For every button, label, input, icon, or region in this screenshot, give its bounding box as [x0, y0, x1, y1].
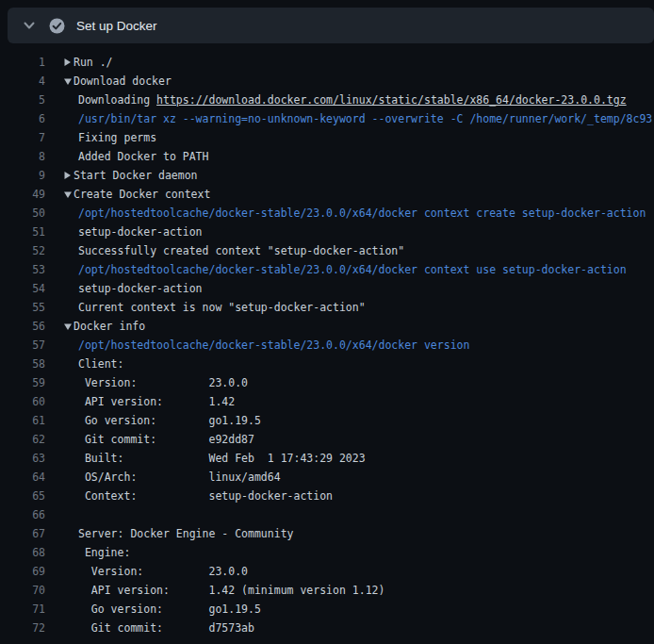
- log-line: 54setup-docker-action: [0, 279, 654, 298]
- line-number[interactable]: 66: [0, 505, 45, 524]
- log-command-text: /opt/hostedtoolcache/docker-stable/23.0.…: [78, 204, 646, 223]
- log-line: 70 API version: 1.42 (minimum version 1.…: [0, 581, 654, 600]
- log-group-row[interactable]: 4Download docker: [0, 72, 654, 91]
- line-number[interactable]: 59: [0, 373, 45, 392]
- line-number[interactable]: 5: [0, 91, 45, 109]
- log-text: Client:: [78, 355, 123, 373]
- log-text: Added Docker to PATH: [78, 147, 208, 166]
- line-number[interactable]: 8: [0, 147, 45, 166]
- line-number[interactable]: 52: [0, 241, 45, 260]
- log-text: Built: Wed Feb 1 17:43:29 2023: [78, 449, 366, 468]
- log-text: Context: setup-docker-action: [78, 487, 333, 505]
- log-viewer: Set up Docker 1Run ./4Download docker5Do…: [0, 0, 654, 644]
- line-number[interactable]: 4: [0, 72, 45, 91]
- group-title: Download docker: [74, 72, 172, 91]
- log-line: 67Server: Docker Engine - Community: [0, 524, 654, 543]
- line-number[interactable]: 54: [0, 279, 45, 298]
- triangle-right-icon: [63, 171, 74, 180]
- log-command-text: /usr/bin/tar xz --warning=no-unknown-key…: [78, 109, 652, 128]
- log-line: 8Added Docker to PATH: [0, 147, 654, 166]
- download-url-link[interactable]: https://download.docker.com/linux/static…: [156, 93, 627, 107]
- log-line: 63 Built: Wed Feb 1 17:43:29 2023: [0, 449, 654, 468]
- line-number[interactable]: 58: [0, 355, 45, 373]
- log-line: 66: [0, 505, 654, 524]
- log-text: Successfully created context "setup-dock…: [78, 241, 404, 260]
- log-group-row[interactable]: 56Docker info: [0, 317, 654, 336]
- log-line: 5Downloading https://download.docker.com…: [0, 91, 654, 109]
- group-title: Create Docker context: [74, 185, 210, 204]
- log-line: 50/opt/hostedtoolcache/docker-stable/23.…: [0, 204, 654, 223]
- log-text: Go version: go1.19.5: [78, 600, 261, 619]
- step-header-set-up-docker[interactable]: Set up Docker: [8, 8, 654, 43]
- log-text: Server: Docker Engine - Community: [78, 524, 293, 543]
- line-number[interactable]: 68: [0, 543, 45, 562]
- log-line: 58Client:: [0, 355, 654, 373]
- log-text: Fixing perms: [78, 128, 156, 147]
- group-title: Start Docker daemon: [74, 166, 198, 185]
- line-number[interactable]: 57: [0, 336, 45, 355]
- log-line: 53/opt/hostedtoolcache/docker-stable/23.…: [0, 260, 654, 279]
- log-text: Git commit: d7573ab: [78, 619, 254, 637]
- step-title: Set up Docker: [76, 19, 157, 33]
- triangle-down-icon: [63, 77, 74, 86]
- log-text: API version: 1.42 (minimum version 1.12): [78, 581, 384, 600]
- line-number[interactable]: 65: [0, 487, 45, 505]
- line-number[interactable]: 67: [0, 524, 45, 543]
- log-line: 55Current context is now "setup-docker-a…: [0, 298, 654, 317]
- log-text: Version: 23.0.0: [78, 373, 248, 392]
- log-line: 71 Go version: go1.19.5: [0, 600, 654, 619]
- log-text: Version: 23.0.0: [78, 562, 248, 581]
- log-lines-container: 1Run ./4Download docker5Downloading http…: [0, 43, 654, 637]
- line-number[interactable]: 62: [0, 430, 45, 449]
- log-line: 59 Version: 23.0.0: [0, 373, 654, 392]
- line-number[interactable]: 1: [0, 53, 45, 72]
- line-number[interactable]: 53: [0, 260, 45, 279]
- log-text-prefix: Downloading: [78, 93, 156, 107]
- log-line: 65 Context: setup-docker-action: [0, 487, 654, 505]
- log-line: 62 Git commit: e92dd87: [0, 430, 654, 449]
- log-group-row[interactable]: 49Create Docker context: [0, 185, 654, 204]
- log-group-row[interactable]: 1Run ./: [0, 53, 654, 72]
- log-group-row[interactable]: 9Start Docker daemon: [0, 166, 654, 185]
- line-number[interactable]: 6: [0, 109, 45, 128]
- triangle-down-icon: [63, 322, 74, 331]
- line-number[interactable]: 60: [0, 392, 45, 411]
- log-text: Go version: go1.19.5: [78, 411, 261, 430]
- line-number[interactable]: 70: [0, 581, 45, 600]
- line-number[interactable]: 63: [0, 449, 45, 468]
- chevron-down-icon[interactable]: [23, 19, 36, 32]
- log-line: 51setup-docker-action: [0, 223, 654, 241]
- line-number[interactable]: 55: [0, 298, 45, 317]
- line-number[interactable]: 71: [0, 600, 45, 619]
- log-text: API version: 1.42: [78, 392, 235, 411]
- line-number[interactable]: 7: [0, 128, 45, 147]
- line-number[interactable]: 69: [0, 562, 45, 581]
- line-number[interactable]: 72: [0, 619, 45, 637]
- log-text: Current context is now "setup-docker-act…: [78, 298, 366, 317]
- log-text: OS/Arch: linux/amd64: [78, 468, 281, 487]
- line-number[interactable]: 64: [0, 468, 45, 487]
- log-command-text: /opt/hostedtoolcache/docker-stable/23.0.…: [78, 260, 627, 279]
- group-title: Docker info: [74, 317, 145, 336]
- line-number[interactable]: 56: [0, 317, 45, 336]
- log-text: setup-docker-action: [78, 223, 203, 241]
- log-line: 6/usr/bin/tar xz --warning=no-unknown-ke…: [0, 109, 654, 128]
- log-text: Downloading https://download.docker.com/…: [78, 91, 627, 109]
- line-number[interactable]: 50: [0, 204, 45, 223]
- log-line: 68 Engine:: [0, 543, 654, 562]
- group-title: Run ./: [74, 53, 113, 72]
- log-command-text: /opt/hostedtoolcache/docker-stable/23.0.…: [78, 336, 469, 355]
- log-line: 64 OS/Arch: linux/amd64: [0, 468, 654, 487]
- line-number[interactable]: 61: [0, 411, 45, 430]
- line-number[interactable]: 51: [0, 223, 45, 241]
- line-number[interactable]: 49: [0, 185, 45, 204]
- log-line: 61 Go version: go1.19.5: [0, 411, 654, 430]
- log-line: 60 API version: 1.42: [0, 392, 654, 411]
- log-text: Engine:: [78, 543, 130, 562]
- log-line: 52Successfully created context "setup-do…: [0, 241, 654, 260]
- line-number[interactable]: 9: [0, 166, 45, 185]
- log-text: Git commit: e92dd87: [78, 430, 254, 449]
- check-success-icon: [49, 18, 65, 34]
- log-text: setup-docker-action: [78, 279, 203, 298]
- triangle-down-icon: [63, 190, 74, 199]
